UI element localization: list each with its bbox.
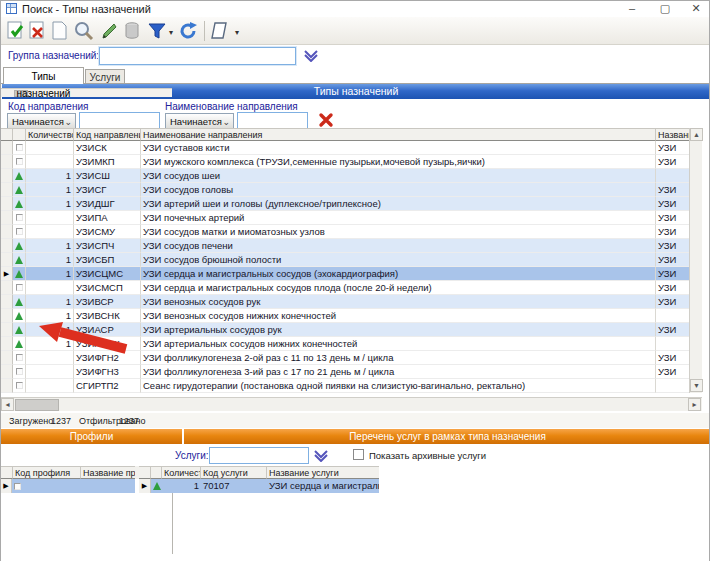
row-indicator — [1, 365, 13, 379]
table-cell: УЗИ сосудов шеи — [141, 169, 656, 183]
table-cell: УЗИСК — [74, 141, 141, 155]
group-double-chevron-down-icon[interactable] — [303, 50, 319, 62]
green-up-marker-icon — [13, 337, 26, 351]
table-cell: 1 — [26, 183, 74, 197]
table-cell: УЗИ артериальных сосудов рук — [141, 323, 656, 337]
column-header[interactable]: Наименование направления — [141, 128, 656, 141]
new-document-icon[interactable] — [49, 20, 71, 42]
column-header[interactable]: Название услуги — [267, 466, 379, 479]
table-cell: УЗИ сосудов головы — [141, 183, 656, 197]
column-header[interactable]: Количество — [26, 128, 74, 141]
table-row[interactable]: УЗИСМУУЗИ сосудов матки и миоматозных уз… — [1, 225, 702, 239]
column-header[interactable] — [1, 466, 13, 479]
report-dropdown-arrow-icon[interactable]: ▾ — [235, 28, 239, 37]
table-cell: 70107 — [201, 479, 267, 493]
column-header[interactable]: Код услуги — [201, 466, 267, 479]
column-header[interactable] — [139, 466, 151, 479]
table-row[interactable]: УЗИСКУЗИ суставов кистиУЗИ — [1, 141, 702, 155]
scroll-left-icon[interactable]: ◂ — [1, 398, 14, 411]
row-indicator-arrow-icon: ▶ — [1, 479, 12, 493]
table-cell: 1 — [162, 479, 201, 493]
table-cell — [26, 365, 74, 379]
filter-funnel-icon[interactable] — [146, 20, 168, 42]
table-row[interactable]: ▶ — [1, 479, 135, 493]
table-cell: УЗИ сосудов матки и миоматозных узлов — [141, 225, 656, 239]
report-export-icon[interactable] — [209, 20, 231, 42]
empty-marker-icon — [13, 225, 26, 239]
empty-marker-icon — [13, 211, 26, 225]
table-row[interactable]: 1УЗИСШУЗИ сосудов шеи — [1, 169, 702, 183]
table-row[interactable]: УЗИСМСПУЗИ сердца и магистральных сосудо… — [1, 281, 702, 295]
accept-icon[interactable] — [5, 20, 27, 42]
table-cell: УЗИ почечных артерий — [141, 211, 656, 225]
empty-marker-icon — [12, 479, 22, 493]
red-x-clear-icon[interactable] — [318, 112, 334, 128]
delete-trash-icon[interactable] — [121, 20, 143, 42]
table-header[interactable]: КоличествоКод направленияНаименование на… — [1, 128, 702, 141]
window-title: Поиск - Типы назначений — [22, 3, 151, 15]
row-indicator — [1, 309, 13, 323]
search-icon[interactable] — [73, 20, 95, 42]
table-cell: 1 — [26, 239, 74, 253]
tab-services[interactable]: Услуги — [85, 69, 125, 84]
table-cell: УЗИ венозных сосудов нижних конечностей — [141, 309, 656, 323]
refresh-icon[interactable] — [177, 20, 199, 42]
services-double-chevron-down-icon[interactable] — [313, 450, 329, 462]
column-header[interactable] — [13, 128, 26, 141]
table-cell — [26, 281, 74, 295]
toolbar-separator — [204, 21, 205, 41]
cancel-icon[interactable] — [27, 20, 49, 42]
scroll-right-icon[interactable]: ▸ — [688, 398, 701, 411]
table-row[interactable]: УЗИПАУЗИ почечных артерийУЗИ — [1, 211, 702, 225]
column-header[interactable] — [151, 466, 162, 479]
filtered-count: 1237 — [119, 416, 139, 426]
table-cell: УЗИСШ — [74, 169, 141, 183]
table-cell — [26, 155, 74, 169]
scrollbar-thumb[interactable] — [15, 399, 59, 411]
archive-checkbox-label: Показать архивные услуги — [369, 450, 486, 461]
table-row[interactable]: УЗИФГН3УЗИ фолликулогенеза 3-ий раз с 17… — [1, 365, 702, 379]
table-row[interactable]: 1УЗИСПЧУЗИ сосудов печениУЗИ — [1, 239, 702, 253]
table-row[interactable]: 1УЗИСГУЗИ сосудов головыУЗИ — [1, 183, 702, 197]
table-cell: УЗИ сердца и магистральных сосудов плода… — [141, 281, 656, 295]
column-header[interactable]: Название профи — [81, 466, 135, 479]
table-row[interactable]: ▶170107УЗИ сердца и магистральных сосудо… — [139, 479, 379, 493]
minimize-button[interactable]: – — [621, 1, 643, 16]
services-table-header[interactable]: Количество услугКод услугиНазвание услуг… — [139, 466, 379, 479]
table-row[interactable]: 1УЗИВСРУЗИ венозных сосудов рукУЗИ — [1, 295, 702, 309]
empty-marker-icon — [13, 379, 26, 393]
maximize-button[interactable]: ▢ — [654, 1, 676, 16]
table-cell — [26, 211, 74, 225]
scroll-up-icon[interactable]: ▲ — [690, 128, 703, 141]
table-cell: 1 — [26, 253, 74, 267]
column-header[interactable]: Количество услуг — [162, 466, 201, 479]
vertical-scrollbar[interactable]: ▲ ▼ — [689, 128, 702, 393]
table-cell: УЗИ венозных сосудов рук — [141, 295, 656, 309]
row-indicator — [1, 281, 13, 295]
table-cell: 1 — [26, 267, 74, 281]
row-indicator-arrow-icon: ▶ — [139, 479, 151, 493]
column-header[interactable] — [1, 128, 13, 141]
table-row[interactable]: 1УЗИСБПУЗИ сосудов брюшной полостиУЗИ — [1, 253, 702, 267]
column-header[interactable]: Код направления — [74, 128, 141, 141]
table-cell: УЗИ суставов кисти — [141, 141, 656, 155]
table-row[interactable]: УЗИМКПУЗИ мужского комплекса (ТРУЗИ,семе… — [1, 155, 702, 169]
table-row[interactable]: ▶1УЗИСЦМСУЗИ сердца и магистральных сосу… — [1, 267, 702, 281]
tab-assignment-types[interactable]: Типы назначений — [3, 67, 84, 84]
horizontal-scrollbar[interactable]: ◂ ▸ — [1, 397, 702, 411]
group-input[interactable] — [99, 47, 296, 65]
edit-brush-icon[interactable] — [99, 20, 121, 42]
close-button[interactable]: ✕ — [685, 1, 707, 16]
loaded-label: Загружено — [9, 416, 53, 426]
filter-name-label: Наименование направления — [165, 101, 298, 112]
table-row[interactable]: 1УЗИДШГУЗИ артерий шеи и головы (дуплекс… — [1, 197, 702, 211]
scroll-down-icon[interactable]: ▼ — [690, 379, 703, 392]
services-input[interactable] — [209, 447, 309, 464]
green-up-marker-icon — [13, 239, 26, 253]
table-row[interactable]: СГИРТП2Сеанс гирудотерапии (постановка о… — [1, 379, 702, 393]
archive-checkbox[interactable] — [353, 449, 364, 460]
column-header[interactable]: Код профиля — [13, 466, 81, 479]
table-cell: УЗИСМУ — [74, 225, 141, 239]
table-cell: УЗИСБП — [74, 253, 141, 267]
filter-dropdown-arrow-icon[interactable]: ▾ — [169, 28, 173, 37]
